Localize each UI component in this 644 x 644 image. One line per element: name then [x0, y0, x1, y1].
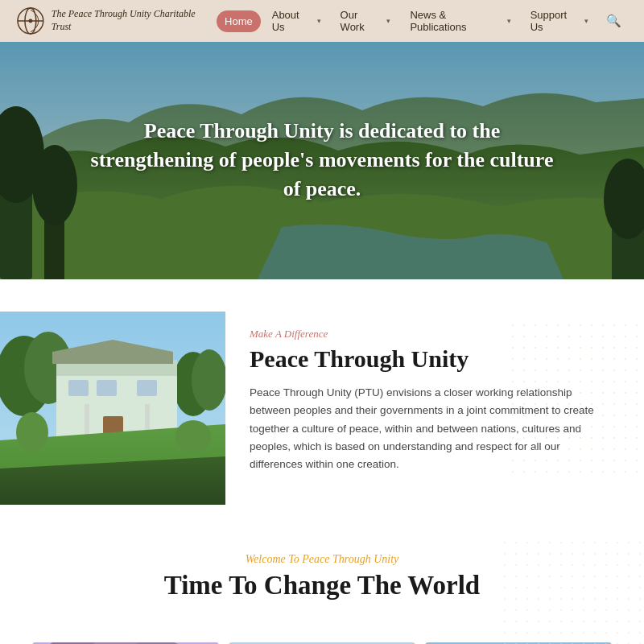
- chevron-down-icon: ▾: [507, 17, 511, 25]
- navbar: The Peace Through Unity Charitable Trust…: [0, 0, 644, 42]
- nav-work[interactable]: Our Work ▾: [332, 4, 399, 38]
- nav-links: Home About Us ▾ Our Work ▾ News & Public…: [217, 4, 628, 38]
- intro-heading: Peace Through Unity: [250, 345, 604, 373]
- svg-rect-20: [97, 380, 117, 396]
- logo-area: The Peace Through Unity Charitable Trust: [16, 6, 217, 35]
- nav-home[interactable]: Home: [217, 10, 261, 32]
- nav-about[interactable]: About Us ▾: [264, 4, 329, 38]
- intro-label: Make A Difference: [250, 328, 604, 341]
- svg-point-3: [28, 19, 32, 23]
- svg-point-27: [16, 412, 48, 452]
- svg-rect-21: [137, 380, 157, 396]
- hero-text-block: Peace Through Unity is dedicated to the …: [89, 117, 555, 204]
- nav-support[interactable]: Support Us ▾: [522, 4, 597, 38]
- welcome-label: Welcome To Peace Through Unity: [32, 553, 612, 566]
- intro-section: Make A Difference Peace Through Unity Pe…: [0, 279, 644, 537]
- logo-icon: [16, 6, 45, 35]
- change-section: Welcome To Peace Through Unity Time To C…: [0, 537, 644, 642]
- intro-body: Peace Through Unity (PTU) envisions a cl…: [250, 384, 604, 473]
- nav-news[interactable]: News & Publications ▾: [402, 4, 518, 38]
- search-icon[interactable]: 🔍: [600, 9, 628, 33]
- intro-image: [0, 312, 225, 505]
- building-svg: [0, 312, 225, 505]
- svg-rect-19: [68, 380, 89, 396]
- hero-heading: Peace Through Unity is dedicated to the …: [89, 117, 555, 204]
- intro-text: Make A Difference Peace Through Unity Pe…: [225, 312, 644, 505]
- hero-section: Peace Through Unity is dedicated to the …: [0, 42, 644, 279]
- chevron-down-icon: ▾: [584, 17, 588, 25]
- change-heading: Time To Change The World: [32, 571, 612, 601]
- svg-point-15: [192, 349, 225, 411]
- chevron-down-icon: ▾: [317, 17, 321, 25]
- svg-point-28: [175, 420, 211, 452]
- logo-text: The Peace Through Unity Charitable Trust: [52, 8, 217, 33]
- chevron-down-icon: ▾: [386, 17, 390, 25]
